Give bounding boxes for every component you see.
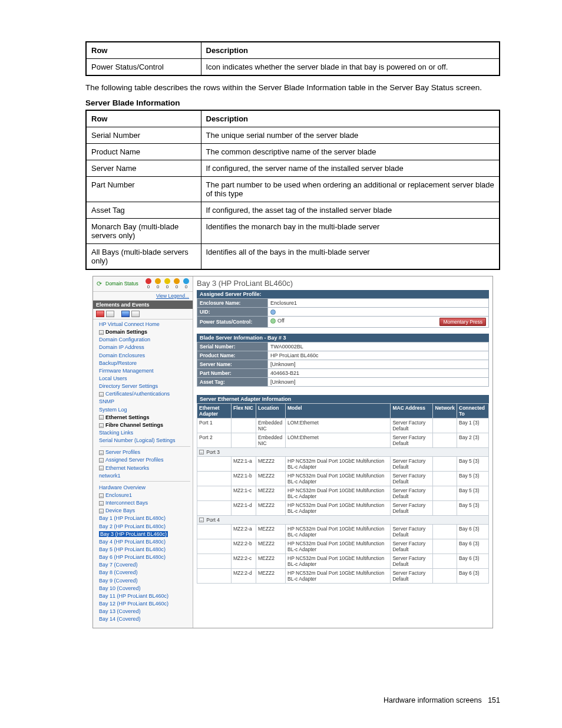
nav-firmware[interactable]: Firmware Management <box>98 367 193 374</box>
t1-h1: Description <box>201 42 500 59</box>
blade-info-table: Serial Number:TWA00002BLProduct Name:HP … <box>197 342 489 387</box>
eth-cell: MZ2:1-a <box>232 456 256 471</box>
eth-cell: Bay 2 (3) <box>457 433 489 447</box>
filter2-button[interactable] <box>131 311 140 317</box>
eth-row: MZ2:2-cMEZZ2HP NC532m Dual Port 10GbE Mu… <box>197 554 489 568</box>
tree-toggle-icon[interactable] <box>99 330 104 335</box>
nav-network1[interactable]: network1 <box>98 472 193 479</box>
port-toggle-icon[interactable]: – <box>199 450 204 454</box>
tree-toggle-icon[interactable] <box>99 450 104 455</box>
nav-bay-item[interactable]: Bay 5 (HP ProLiant BL480c) <box>98 546 193 554</box>
nav-bay-item[interactable]: Bay 11 (HP ProLiant BL460c) <box>98 592 193 599</box>
tree-toggle-icon[interactable] <box>99 423 104 428</box>
eth-cell: Bay 6 (3) <box>457 524 489 539</box>
eth-row: MZ2:1-cMEZZ2HP NC532m Dual Port 10GbE Mu… <box>197 486 489 500</box>
eth-cell: MEZZ2 <box>256 524 286 539</box>
eth-cell: MEZZ2 <box>256 471 286 486</box>
nav-syslog[interactable]: System Log <box>98 406 193 413</box>
nav-domain-ip[interactable]: Domain IP Address <box>98 344 193 351</box>
info-label: Server Name: <box>197 360 268 368</box>
nav-bay-item[interactable]: Bay 12 (HP ProLiant BL460c) <box>98 599 193 607</box>
eth-row: – Port 3 <box>197 447 489 456</box>
nav-tree: HP Virtual Connect Home Domain Settings … <box>93 319 193 624</box>
eth-cell <box>433 456 457 471</box>
nav-bay-item[interactable]: Bay 10 (Covered) <box>98 584 193 592</box>
eth-col-header: MAC Address <box>391 403 433 418</box>
momentary-press-button[interactable]: Momentary Press <box>439 318 486 326</box>
tree-toggle-icon[interactable] <box>99 509 104 513</box>
nav-bay-item[interactable]: Bay 8 (Covered) <box>98 569 193 577</box>
tree-toggle-icon[interactable] <box>99 501 104 506</box>
nav-snmp[interactable]: SNMP <box>98 398 193 406</box>
eth-cell <box>232 433 256 447</box>
nav-interconnect-bays[interactable]: Interconnect Bays <box>105 500 148 506</box>
nav-certs[interactable]: Certificates/Authentications <box>105 391 170 397</box>
eth-cell: MZ2:2-d <box>232 568 256 583</box>
nav-assigned-profiles[interactable]: Assigned Server Profiles <box>105 457 164 463</box>
eth-cell: Bay 5 (3) <box>457 471 489 486</box>
filter-button[interactable] <box>121 311 130 317</box>
view-legend-link[interactable]: View Legend... <box>93 292 193 301</box>
tree-toggle-icon[interactable] <box>99 392 104 397</box>
eth-cell: MEZZ2 <box>256 568 286 583</box>
info-label: Serial Number: <box>197 342 268 351</box>
tree-toggle-icon[interactable] <box>99 466 104 470</box>
nav-bay-item[interactable]: Bay 13 (Covered) <box>98 608 193 615</box>
eth-cell <box>433 524 457 539</box>
nav-local-users[interactable]: Local Users <box>98 375 193 383</box>
table-power-status: Row Description Power Status/Control Ico… <box>85 41 500 76</box>
nav-hw-overview[interactable]: Hardware Overview <box>98 483 193 491</box>
table-server-blade-info: Row Description Serial NumberThe unique … <box>85 110 500 270</box>
nav-domain-settings[interactable]: Domain Settings <box>105 329 147 335</box>
nav-domain-config[interactable]: Domain Configuration <box>98 336 193 344</box>
tree-toggle-icon[interactable] <box>99 458 104 463</box>
eth-col-header: Network <box>433 403 457 418</box>
eth-adapter-header: Server Ethernet Adapter Information <box>197 395 489 403</box>
eth-cell <box>197 539 232 554</box>
val-enc-name: Enclosure1 <box>268 298 489 307</box>
nav-domain-enc[interactable]: Domain Enclosures <box>98 351 193 359</box>
eth-cell <box>197 486 232 500</box>
main-panel: Bay 3 (HP ProLiant BL460c) Assigned Serv… <box>193 276 492 628</box>
refresh-icon[interactable]: ⟳ <box>97 280 102 288</box>
nav-backup[interactable]: Backup/Restore <box>98 359 193 367</box>
eth-row: MZ2:2-dMEZZ2HP NC532m Dual Port 10GbE Mu… <box>197 568 489 583</box>
eth-cell: Server Factory Default <box>391 486 433 500</box>
nav-stacking[interactable]: Stacking Links <box>98 429 193 437</box>
nav-server-profiles[interactable]: Server Profiles <box>105 449 140 455</box>
nav-bay-item[interactable]: Bay 1 (HP ProLiant BL480c) <box>98 515 193 522</box>
nav-bay-item[interactable]: Bay 2 (HP ProLiant BL480c) <box>98 522 193 530</box>
port-group-label: Port 4 <box>205 517 220 523</box>
eth-col-header: Location <box>256 403 286 418</box>
info-value: HP ProLiant BL460c <box>268 351 489 360</box>
tree-toggle-icon[interactable] <box>99 493 104 498</box>
nav-sn-logical[interactable]: Serial Number (Logical) Settings <box>98 437 193 444</box>
port-group-cell: – Port 3 <box>197 447 489 456</box>
nav-bay-item[interactable]: Bay 9 (Covered) <box>98 577 193 584</box>
eth-col-header: Connected To <box>457 403 489 418</box>
info-label: Asset Tag: <box>197 377 268 386</box>
tree-toggle-icon[interactable] <box>99 415 104 420</box>
info-icon <box>164 278 170 284</box>
nav-bay-item[interactable]: Bay 4 (HP ProLiant BL480c) <box>98 538 193 545</box>
domain-status-bar: ⟳ Domain Status 0 0 0 0 0 <box>93 276 193 292</box>
nav-bay-item[interactable]: Bay 14 (Covered) <box>98 615 193 623</box>
nav-bay-item[interactable]: Bay 6 (HP ProLiant BL480c) <box>98 554 193 561</box>
eth-cell: Server Factory Default <box>391 456 433 471</box>
info-value: [Unknown] <box>268 360 489 368</box>
expand-button[interactable] <box>106 311 114 317</box>
port-toggle-icon[interactable]: – <box>199 518 204 522</box>
info-label: Product Name: <box>197 351 268 360</box>
nav-vc-home[interactable]: HP Virtual Connect Home <box>98 321 193 328</box>
nav-directory[interactable]: Directory Server Settings <box>98 383 193 390</box>
nav-fc-settings[interactable]: Fibre Channel Settings <box>105 422 163 428</box>
profile-table: Enclosure Name: Enclosure1 UID: Power St… <box>197 298 489 328</box>
nav-eth-settings[interactable]: Ethernet Settings <box>105 414 150 420</box>
eth-cell <box>232 418 256 433</box>
collapse-button[interactable] <box>96 311 104 317</box>
nav-eth-networks[interactable]: Ethernet Networks <box>105 465 149 471</box>
nav-bay-item[interactable]: Bay 3 (HP ProLiant BL460c) <box>98 530 193 538</box>
nav-enclosure1[interactable]: Enclosure1 <box>105 492 132 498</box>
nav-device-bays[interactable]: Device Bays <box>105 508 135 513</box>
nav-bay-item[interactable]: Bay 7 (Covered) <box>98 561 193 569</box>
